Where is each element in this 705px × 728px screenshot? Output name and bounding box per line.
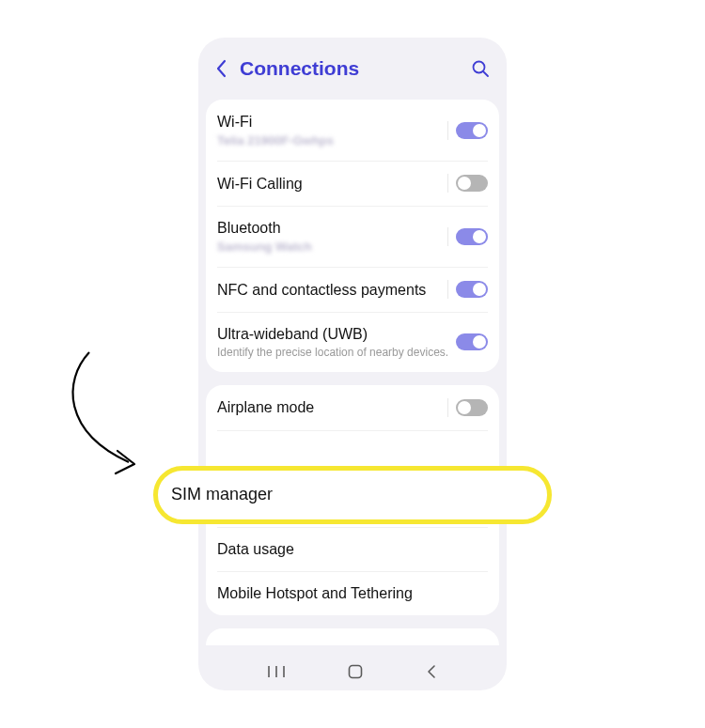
item-uwb[interactable]: Ultra-wideband (UWB) Identify the precis…: [206, 312, 499, 371]
nav-back-icon[interactable]: [426, 664, 437, 679]
toggle-nfc[interactable]: [456, 281, 488, 298]
item-label: SIM manager: [171, 485, 273, 505]
item-label: Data usage: [217, 540, 488, 558]
callout-arrow-icon: [61, 348, 155, 488]
settings-group-1: Wi-Fi Telia 21900F-Gwhps Wi-Fi Calling B…: [206, 100, 499, 372]
phone-frame: Connections Wi-Fi Telia 21900F-Gwhps Wi-…: [198, 38, 507, 690]
svg-rect-5: [349, 666, 361, 678]
content: Wi-Fi Telia 21900F-Gwhps Wi-Fi Calling B…: [198, 100, 507, 653]
divider: [447, 280, 448, 299]
divider: [447, 227, 448, 246]
svg-point-0: [474, 62, 485, 73]
item-label: Mobile Hotspot and Tethering: [217, 584, 488, 602]
divider: [447, 398, 448, 417]
toggle-uwb[interactable]: [456, 333, 488, 350]
toggle-bluetooth[interactable]: [456, 228, 488, 245]
toggle-wifi-calling[interactable]: [456, 175, 488, 192]
svg-line-1: [484, 72, 489, 77]
item-subtext: Identify the precise location of nearby …: [217, 346, 456, 359]
back-icon[interactable]: [215, 59, 227, 78]
item-label: Wi-Fi: [217, 113, 447, 131]
divider: [447, 121, 448, 140]
settings-group-partial: [206, 628, 499, 645]
item-hotspot[interactable]: Mobile Hotspot and Tethering: [206, 571, 499, 615]
item-subtext: Telia 21900F-Gwhps: [217, 133, 447, 147]
item-data-usage[interactable]: Data usage: [206, 527, 499, 571]
item-wifi-calling[interactable]: Wi-Fi Calling: [206, 161, 499, 206]
item-label: NFC and contactless payments: [217, 281, 447, 299]
item-wifi[interactable]: Wi-Fi Telia 21900F-Gwhps: [206, 100, 499, 161]
item-subtext: Samsung Watch: [217, 240, 447, 254]
item-label: Airplane mode: [217, 398, 447, 416]
page-title: Connections: [240, 57, 471, 80]
item-label: Ultra-wideband (UWB): [217, 325, 456, 343]
home-icon[interactable]: [348, 664, 363, 679]
item-nfc[interactable]: NFC and contactless payments: [206, 267, 499, 312]
search-icon[interactable]: [471, 59, 490, 78]
toggle-wifi[interactable]: [456, 122, 488, 139]
navigation-bar: [198, 653, 507, 690]
item-sim-manager-highlight[interactable]: SIM manager: [153, 466, 552, 524]
item-airplane[interactable]: Airplane mode: [206, 385, 499, 430]
header-bar: Connections: [198, 38, 507, 100]
toggle-airplane[interactable]: [456, 399, 488, 416]
item-label: Bluetooth: [217, 219, 447, 237]
divider: [447, 174, 448, 193]
item-bluetooth[interactable]: Bluetooth Samsung Watch: [206, 206, 499, 267]
item-label: Wi-Fi Calling: [217, 175, 447, 193]
recent-apps-icon[interactable]: [268, 665, 285, 678]
